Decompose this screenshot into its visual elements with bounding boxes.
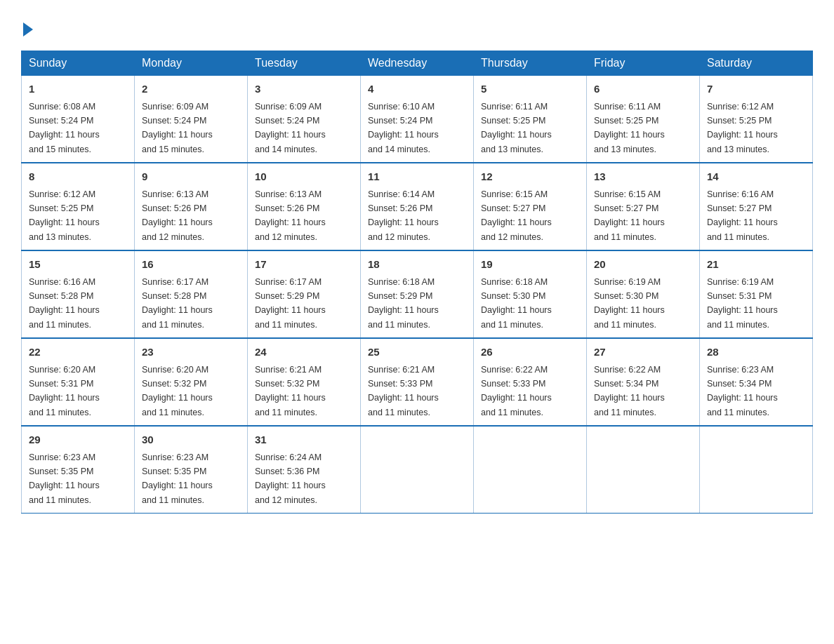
day-info: Sunrise: 6:17 AMSunset: 5:29 PMDaylight:…: [255, 277, 326, 330]
calendar-cell: [474, 426, 587, 514]
day-info: Sunrise: 6:16 AMSunset: 5:28 PMDaylight:…: [29, 277, 100, 330]
day-number: 20: [594, 257, 692, 273]
day-info: Sunrise: 6:19 AMSunset: 5:30 PMDaylight:…: [594, 277, 665, 330]
calendar-cell: 31 Sunrise: 6:24 AMSunset: 5:36 PMDaylig…: [248, 426, 361, 514]
calendar-cell: 16 Sunrise: 6:17 AMSunset: 5:28 PMDaylig…: [135, 250, 248, 338]
day-number: 13: [594, 169, 692, 185]
calendar-cell: 3 Sunrise: 6:09 AMSunset: 5:24 PMDayligh…: [248, 76, 361, 163]
day-info: Sunrise: 6:14 AMSunset: 5:26 PMDaylight:…: [368, 189, 439, 242]
day-number: 30: [142, 432, 240, 448]
day-number: 19: [481, 257, 579, 273]
day-number: 7: [707, 81, 805, 98]
day-number: 28: [707, 344, 805, 361]
day-number: 14: [707, 169, 805, 185]
logo: Blue: [21, 21, 36, 36]
day-number: 11: [368, 169, 466, 185]
day-number: 26: [481, 344, 579, 361]
day-number: 21: [707, 257, 805, 273]
calendar-cell: 29 Sunrise: 6:23 AMSunset: 5:35 PMDaylig…: [22, 426, 135, 514]
calendar-cell: 27 Sunrise: 6:22 AMSunset: 5:34 PMDaylig…: [587, 338, 700, 426]
calendar-cell: 18 Sunrise: 6:18 AMSunset: 5:29 PMDaylig…: [361, 250, 474, 338]
day-info: Sunrise: 6:18 AMSunset: 5:29 PMDaylight:…: [368, 277, 439, 330]
calendar-cell: 21 Sunrise: 6:19 AMSunset: 5:31 PMDaylig…: [700, 250, 813, 338]
day-info: Sunrise: 6:16 AMSunset: 5:27 PMDaylight:…: [707, 189, 778, 242]
day-info: Sunrise: 6:24 AMSunset: 5:36 PMDaylight:…: [255, 452, 326, 505]
calendar-table: SundayMondayTuesdayWednesdayThursdayFrid…: [21, 51, 813, 514]
calendar-cell: [361, 426, 474, 514]
day-number: 15: [29, 257, 127, 273]
calendar-cell: 7 Sunrise: 6:12 AMSunset: 5:25 PMDayligh…: [700, 76, 813, 163]
calendar-cell: 4 Sunrise: 6:10 AMSunset: 5:24 PMDayligh…: [361, 76, 474, 163]
day-info: Sunrise: 6:15 AMSunset: 5:27 PMDaylight:…: [594, 189, 665, 242]
day-number: 12: [481, 169, 579, 185]
day-number: 29: [29, 432, 127, 448]
calendar-cell: [587, 426, 700, 514]
day-info: Sunrise: 6:09 AMSunset: 5:24 PMDaylight:…: [142, 102, 213, 154]
day-number: 6: [594, 81, 692, 98]
calendar-cell: 28 Sunrise: 6:23 AMSunset: 5:34 PMDaylig…: [700, 338, 813, 426]
day-info: Sunrise: 6:10 AMSunset: 5:24 PMDaylight:…: [368, 102, 439, 154]
day-number: 22: [29, 344, 127, 361]
calendar-cell: 25 Sunrise: 6:21 AMSunset: 5:33 PMDaylig…: [361, 338, 474, 426]
calendar-cell: 13 Sunrise: 6:15 AMSunset: 5:27 PMDaylig…: [587, 163, 700, 250]
day-number: 1: [29, 81, 127, 98]
day-info: Sunrise: 6:22 AMSunset: 5:34 PMDaylight:…: [594, 365, 665, 417]
day-info: Sunrise: 6:13 AMSunset: 5:26 PMDaylight:…: [255, 189, 326, 242]
day-number: 10: [255, 169, 353, 185]
day-info: Sunrise: 6:11 AMSunset: 5:25 PMDaylight:…: [594, 102, 665, 154]
day-info: Sunrise: 6:12 AMSunset: 5:25 PMDaylight:…: [707, 102, 778, 154]
day-info: Sunrise: 6:21 AMSunset: 5:32 PMDaylight:…: [255, 365, 326, 417]
calendar-cell: 15 Sunrise: 6:16 AMSunset: 5:28 PMDaylig…: [22, 250, 135, 338]
day-number: 23: [142, 344, 240, 361]
day-info: Sunrise: 6:23 AMSunset: 5:35 PMDaylight:…: [142, 452, 213, 505]
day-info: Sunrise: 6:20 AMSunset: 5:31 PMDaylight:…: [29, 365, 100, 417]
calendar-cell: 20 Sunrise: 6:19 AMSunset: 5:30 PMDaylig…: [587, 250, 700, 338]
calendar-cell: 23 Sunrise: 6:20 AMSunset: 5:32 PMDaylig…: [135, 338, 248, 426]
calendar-cell: 11 Sunrise: 6:14 AMSunset: 5:26 PMDaylig…: [361, 163, 474, 250]
day-info: Sunrise: 6:11 AMSunset: 5:25 PMDaylight:…: [481, 102, 552, 154]
calendar-cell: 10 Sunrise: 6:13 AMSunset: 5:26 PMDaylig…: [248, 163, 361, 250]
weekday-header-thursday: Thursday: [474, 51, 587, 76]
calendar-cell: 8 Sunrise: 6:12 AMSunset: 5:25 PMDayligh…: [22, 163, 135, 250]
day-info: Sunrise: 6:13 AMSunset: 5:26 PMDaylight:…: [142, 189, 213, 242]
day-info: Sunrise: 6:21 AMSunset: 5:33 PMDaylight:…: [368, 365, 439, 417]
day-info: Sunrise: 6:22 AMSunset: 5:33 PMDaylight:…: [481, 365, 552, 417]
calendar-cell: 24 Sunrise: 6:21 AMSunset: 5:32 PMDaylig…: [248, 338, 361, 426]
day-number: 31: [255, 432, 353, 448]
calendar-cell: 6 Sunrise: 6:11 AMSunset: 5:25 PMDayligh…: [587, 76, 700, 163]
day-number: 27: [594, 344, 692, 361]
weekday-header-wednesday: Wednesday: [361, 51, 474, 76]
day-info: Sunrise: 6:12 AMSunset: 5:25 PMDaylight:…: [29, 189, 100, 242]
day-info: Sunrise: 6:17 AMSunset: 5:28 PMDaylight:…: [142, 277, 213, 330]
day-info: Sunrise: 6:18 AMSunset: 5:30 PMDaylight:…: [481, 277, 552, 330]
day-info: Sunrise: 6:20 AMSunset: 5:32 PMDaylight:…: [142, 365, 213, 417]
day-number: 4: [368, 81, 466, 98]
weekday-header-tuesday: Tuesday: [248, 51, 361, 76]
day-info: Sunrise: 6:15 AMSunset: 5:27 PMDaylight:…: [481, 189, 552, 242]
day-info: Sunrise: 6:08 AMSunset: 5:24 PMDaylight:…: [29, 102, 100, 154]
weekday-header-sunday: Sunday: [22, 51, 135, 76]
day-number: 18: [368, 257, 466, 273]
day-info: Sunrise: 6:23 AMSunset: 5:35 PMDaylight:…: [29, 452, 100, 505]
day-number: 2: [142, 81, 240, 98]
calendar-cell: 2 Sunrise: 6:09 AMSunset: 5:24 PMDayligh…: [135, 76, 248, 163]
day-number: 17: [255, 257, 353, 273]
calendar-cell: 22 Sunrise: 6:20 AMSunset: 5:31 PMDaylig…: [22, 338, 135, 426]
page-header: Blue: [21, 21, 813, 36]
calendar-cell: [700, 426, 813, 514]
day-number: 8: [29, 169, 127, 185]
weekday-header-monday: Monday: [135, 51, 248, 76]
calendar-cell: 9 Sunrise: 6:13 AMSunset: 5:26 PMDayligh…: [135, 163, 248, 250]
day-number: 5: [481, 81, 579, 98]
calendar-cell: 12 Sunrise: 6:15 AMSunset: 5:27 PMDaylig…: [474, 163, 587, 250]
calendar-cell: 14 Sunrise: 6:16 AMSunset: 5:27 PMDaylig…: [700, 163, 813, 250]
logo-arrow-icon: [23, 22, 33, 36]
calendar-cell: 30 Sunrise: 6:23 AMSunset: 5:35 PMDaylig…: [135, 426, 248, 514]
day-number: 25: [368, 344, 466, 361]
day-info: Sunrise: 6:09 AMSunset: 5:24 PMDaylight:…: [255, 102, 326, 154]
day-number: 3: [255, 81, 353, 98]
calendar-cell: 17 Sunrise: 6:17 AMSunset: 5:29 PMDaylig…: [248, 250, 361, 338]
weekday-header-saturday: Saturday: [700, 51, 813, 76]
calendar-cell: 26 Sunrise: 6:22 AMSunset: 5:33 PMDaylig…: [474, 338, 587, 426]
day-number: 16: [142, 257, 240, 273]
